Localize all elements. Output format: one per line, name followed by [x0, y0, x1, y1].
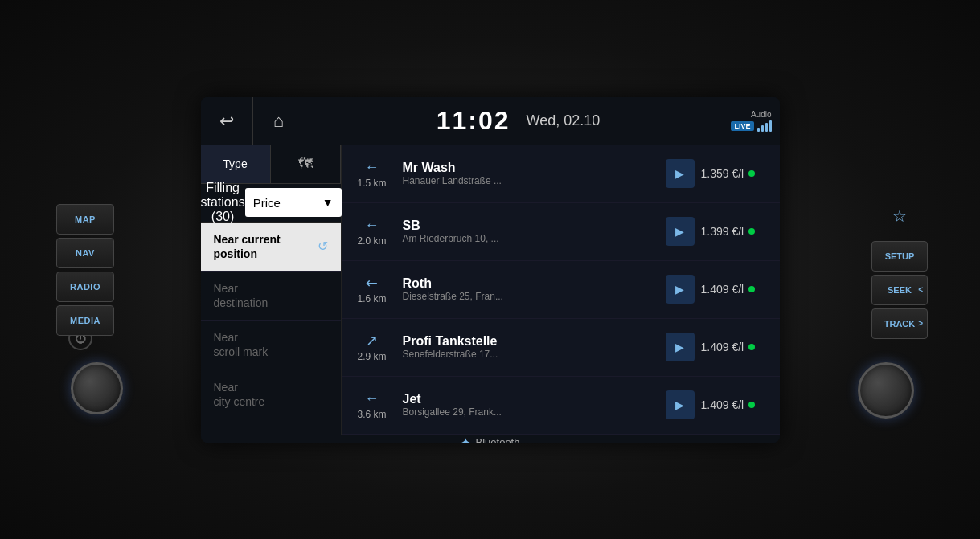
green-dot-1	[748, 228, 755, 235]
seek-chevron-icon: <	[918, 285, 923, 294]
bluetooth-label: ✦ Bluetooth	[461, 435, 520, 443]
price-dropdown[interactable]: Price ▼	[245, 188, 342, 217]
header-center: 11:02 Wed, 02.10	[305, 106, 732, 136]
location-option-scroll-mark[interactable]: Nearscroll mark	[201, 321, 341, 370]
station-address-0: Hanauer Landstraße ...	[403, 175, 659, 186]
back-button[interactable]: ↩	[201, 97, 253, 145]
direction-arrow-1: ←	[365, 217, 379, 234]
media-button[interactable]: MEDIA	[56, 305, 114, 336]
right-knob[interactable]	[858, 362, 914, 419]
price-text-3: 1.409 €/l	[701, 341, 744, 353]
direction-block-2: ↖ 1.6 km	[348, 274, 396, 304]
distance-0: 1.5 km	[357, 178, 386, 189]
station-name-1: SB	[403, 218, 659, 233]
direction-arrow-0: ←	[365, 159, 379, 176]
track-button[interactable]: TRACK >	[871, 308, 928, 339]
option-current-label: Near currentposition	[214, 232, 281, 261]
play-button-4[interactable]: ▶	[666, 390, 695, 419]
station-info-0: Mr Wash Hanauer Landstraße ...	[403, 161, 659, 186]
direction-block-4: ← 3.6 km	[348, 390, 396, 420]
header-bar: ↩ ⌂ 11:02 Wed, 02.10 Audio LIVE	[201, 97, 780, 145]
seek-label: SEEK	[888, 285, 912, 295]
status-icons: LIVE	[731, 120, 771, 132]
tab-type-label: Type	[223, 157, 247, 170]
location-option-destination[interactable]: Neardestination	[201, 272, 341, 321]
tab-map[interactable]: 🗺	[271, 145, 341, 183]
track-label: TRACK	[884, 319, 916, 329]
setup-button[interactable]: SETUP	[871, 241, 928, 272]
radio-button[interactable]: RADIO	[56, 272, 114, 302]
dropdown-label: Price	[253, 196, 281, 210]
station-address-4: Borsigallee 29, Frank...	[403, 406, 659, 418]
result-item-2[interactable]: ↖ 1.6 km Roth Dieselstraße 25, Fran... ▶…	[342, 261, 780, 319]
star-button[interactable]: ☆	[882, 201, 918, 231]
result-item-3[interactable]: ↗ 2.9 km Profi Tankstelle Senefelderstra…	[342, 319, 780, 377]
station-name-2: Roth	[403, 276, 659, 291]
station-info-2: Roth Dieselstraße 25, Fran...	[403, 276, 659, 302]
map-button[interactable]: MAP	[56, 204, 114, 235]
left-knob[interactable]	[71, 362, 123, 414]
dropdown-arrow-icon: ▼	[322, 196, 334, 209]
filter-bar: Filling stations (30) Price ▼	[201, 184, 341, 223]
green-dot-3	[748, 344, 755, 350]
distance-1: 2.0 km	[357, 235, 386, 247]
distance-4: 3.6 km	[357, 409, 386, 420]
date-display: Wed, 02.10	[527, 112, 601, 129]
direction-block-3: ↗ 2.9 km	[348, 332, 396, 362]
signal-bars	[757, 120, 772, 132]
price-block-0: 1.359 €/l	[701, 167, 773, 180]
right-side-controls: ☆ SETUP SEEK < TRACK >	[871, 201, 928, 339]
home-button[interactable]: ⌂	[253, 97, 305, 145]
live-badge: LIVE	[731, 121, 753, 131]
station-info-3: Profi Tankstelle Senefelderstraße 17...	[403, 334, 659, 360]
station-address-3: Senefelderstraße 17...	[403, 349, 659, 360]
left-panel: Type 🗺 Filling stations (30) Price ▼	[201, 145, 342, 435]
bluetooth-bar: ✦ Bluetooth	[201, 435, 780, 443]
location-options: Near currentposition ↺ Neardestination N…	[201, 223, 341, 435]
main-screen: ↩ ⌂ 11:02 Wed, 02.10 Audio LIVE	[201, 97, 780, 443]
play-button-2[interactable]: ▶	[666, 275, 695, 304]
play-button-0[interactable]: ▶	[666, 159, 695, 188]
price-text-1: 1.399 €/l	[701, 225, 744, 238]
header-nav: ↩ ⌂	[201, 97, 305, 145]
tab-type[interactable]: Type	[201, 145, 271, 183]
left-side-controls: MAP NAV RADIO MEDIA	[56, 204, 114, 336]
results-panel: ← 1.5 km Mr Wash Hanauer Landstraße ... …	[342, 145, 780, 435]
station-address-2: Dieselstraße 25, Fran...	[403, 291, 659, 302]
price-block-2: 1.409 €/l	[701, 283, 773, 296]
seek-button[interactable]: SEEK <	[871, 275, 928, 305]
filter-title: Filling stations (30)	[201, 181, 245, 224]
direction-arrow-3: ↗	[366, 332, 378, 349]
direction-arrow-2: ↖	[361, 272, 382, 293]
station-info-4: Jet Borsigallee 29, Frank...	[403, 392, 659, 418]
car-frame: MAP NAV RADIO MEDIA ⏻ ↩ ⌂ 11:02 Wed, 02.…	[0, 0, 980, 539]
location-option-city-centre[interactable]: Nearcity centre	[201, 370, 341, 419]
green-dot-0	[748, 170, 755, 177]
price-block-3: 1.409 €/l	[701, 341, 773, 353]
result-item-0[interactable]: ← 1.5 km Mr Wash Hanauer Landstraße ... …	[342, 145, 780, 203]
option-destination-label: Neardestination	[214, 281, 269, 310]
distance-2: 1.6 km	[357, 293, 386, 304]
green-dot-2	[748, 286, 755, 292]
price-text-2: 1.409 €/l	[701, 283, 744, 296]
nav-button[interactable]: NAV	[56, 238, 114, 268]
direction-arrow-4: ←	[365, 390, 379, 407]
result-item-1[interactable]: ← 2.0 km SB Am Riederbruch 10, ... ▶ 1.3…	[342, 203, 780, 261]
signal-bar-2	[761, 125, 764, 132]
play-button-1[interactable]: ▶	[666, 217, 695, 246]
screen-container: ↩ ⌂ 11:02 Wed, 02.10 Audio LIVE	[201, 97, 780, 443]
refresh-icon: ↺	[318, 239, 328, 254]
audio-label: Audio	[751, 110, 772, 119]
station-info-1: SB Am Riederbruch 10, ...	[403, 218, 659, 244]
option-city-centre-label: Nearcity centre	[214, 380, 265, 409]
bluetooth-text: Bluetooth	[476, 436, 520, 443]
direction-block-0: ← 1.5 km	[348, 159, 396, 189]
time-display: 11:02	[437, 106, 511, 136]
signal-bar-1	[757, 128, 760, 132]
result-item-4[interactable]: ← 3.6 km Jet Borsigallee 29, Frank... ▶ …	[342, 377, 780, 435]
track-chevron-icon: >	[918, 319, 923, 328]
location-option-current[interactable]: Near currentposition ↺	[201, 223, 341, 272]
price-block-4: 1.409 €/l	[701, 398, 773, 411]
station-name-0: Mr Wash	[403, 161, 659, 175]
play-button-3[interactable]: ▶	[666, 333, 695, 361]
